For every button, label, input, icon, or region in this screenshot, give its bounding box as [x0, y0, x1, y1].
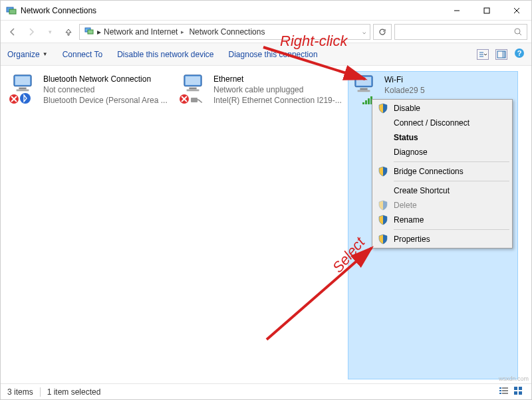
window-controls [442, 1, 531, 20]
svg-rect-14 [502, 51, 505, 58]
shield-icon [378, 166, 388, 177]
svg-rect-51 [514, 391, 517, 395]
search-input[interactable] [394, 24, 527, 40]
back-button[interactable] [5, 24, 21, 40]
ctx-disable[interactable]: Disable [374, 101, 511, 116]
svg-rect-26 [186, 76, 201, 85]
connection-status: Not connected [43, 84, 168, 95]
window-title: Network Connections [21, 6, 442, 15]
separator [394, 161, 509, 162]
separator [40, 387, 41, 397]
connection-status: Kolade29 5 [384, 85, 425, 96]
ctx-rename[interactable]: Rename [374, 213, 511, 227]
svg-rect-34 [356, 77, 372, 86]
organize-menu[interactable]: Organize▼ [7, 50, 48, 59]
maximize-button[interactable] [471, 1, 501, 20]
up-button[interactable] [61, 24, 76, 40]
breadcrumb[interactable]: ▸ Network and Internet▸ Network Connecti… [79, 24, 370, 40]
close-button[interactable] [501, 1, 531, 20]
refresh-button[interactable] [373, 24, 392, 40]
large-icons-view-button[interactable] [513, 385, 525, 398]
bluetooth-adapter-icon [10, 74, 39, 103]
connect-to-button[interactable]: Connect To [63, 50, 103, 59]
ctx-properties[interactable]: Properties [374, 232, 511, 247]
connection-device: Bluetooth Device (Personal Area ... [43, 95, 168, 106]
recent-dropdown[interactable]: ▾ [42, 24, 58, 40]
context-menu: Disable Connect / Disconnect Status Diag… [372, 99, 513, 249]
svg-rect-38 [365, 100, 367, 104]
chevron-down-icon[interactable]: ⌵ [362, 29, 366, 35]
svg-rect-44 [502, 387, 508, 389]
shield-icon [378, 215, 388, 225]
svg-line-9 [519, 33, 521, 35]
item-count: 3 items [7, 387, 33, 397]
details-view-button[interactable] [498, 385, 510, 398]
svg-rect-7 [88, 30, 93, 34]
minimize-button[interactable] [442, 1, 471, 20]
connection-name: Wi-Fi [384, 74, 425, 85]
separator [394, 181, 509, 181]
separator [394, 229, 509, 230]
ethernet-adapter-icon [180, 74, 209, 103]
ctx-create-shortcut[interactable]: Create Shortcut [374, 183, 511, 198]
connection-device: Intel(R) Ethernet Connection I219-... [213, 95, 342, 106]
svg-rect-3 [484, 8, 489, 13]
shield-icon [378, 103, 388, 114]
svg-rect-20 [17, 89, 29, 91]
svg-rect-52 [519, 391, 522, 395]
connection-item-ethernet[interactable]: Ethernet Network cable unplugged Intel(R… [178, 71, 348, 379]
shield-icon [378, 234, 388, 245]
svg-rect-28 [187, 89, 200, 91]
preview-pane-button[interactable] [495, 49, 507, 60]
connection-status: Network cable unplugged [213, 84, 342, 95]
ctx-diagnose[interactable]: Diagnose [374, 145, 511, 159]
location-icon [84, 25, 94, 38]
ctx-status[interactable]: Status [374, 130, 511, 145]
breadcrumb-segment[interactable]: Network Connections [189, 27, 265, 37]
diagnose-button[interactable]: Diagnose this connection [229, 50, 318, 59]
svg-rect-49 [514, 387, 517, 390]
svg-rect-37 [362, 102, 364, 104]
disable-device-button[interactable]: Disable this network device [117, 50, 213, 59]
svg-rect-1 [9, 9, 16, 14]
chevron-icon: ▸ [97, 27, 101, 37]
svg-rect-19 [19, 88, 26, 90]
svg-rect-18 [15, 76, 31, 85]
view-options-button[interactable] [477, 49, 489, 60]
ctx-bridge[interactable]: Bridge Connections [374, 164, 511, 179]
svg-rect-32 [191, 98, 198, 102]
svg-point-8 [515, 29, 520, 34]
svg-point-24 [20, 93, 31, 104]
titlebar: Network Connections [1, 1, 531, 21]
svg-rect-43 [499, 387, 501, 389]
svg-rect-46 [502, 390, 508, 391]
watermark: wsxdn.com [499, 375, 529, 382]
svg-rect-39 [368, 98, 370, 104]
shield-icon [378, 200, 388, 211]
ctx-delete: Delete [374, 198, 511, 213]
svg-text:?: ? [517, 49, 522, 57]
status-bar: 3 items 1 item selected [1, 383, 531, 399]
address-bar: ▾ ▸ Network and Internet▸ Network Connec… [1, 21, 531, 43]
command-bar: Organize▼ Connect To Disable this networ… [1, 43, 531, 66]
svg-rect-27 [189, 88, 196, 90]
search-icon [513, 27, 523, 37]
app-icon [6, 5, 17, 16]
svg-rect-35 [360, 88, 367, 90]
connection-item-bluetooth[interactable]: Bluetooth Network Connection Not connect… [7, 71, 178, 379]
svg-rect-45 [499, 390, 501, 391]
svg-rect-50 [519, 387, 522, 390]
svg-rect-47 [499, 393, 501, 394]
ctx-connect-disconnect[interactable]: Connect / Disconnect [374, 116, 511, 130]
svg-rect-36 [358, 90, 370, 92]
selection-count: 1 item selected [47, 387, 101, 397]
breadcrumb-segment[interactable]: Network and Internet▸ [104, 27, 186, 37]
svg-rect-48 [502, 393, 508, 394]
forward-button[interactable] [23, 24, 39, 40]
connection-name: Bluetooth Network Connection [43, 74, 168, 84]
connection-name: Ethernet [213, 74, 342, 84]
help-button[interactable]: ? [514, 48, 525, 60]
